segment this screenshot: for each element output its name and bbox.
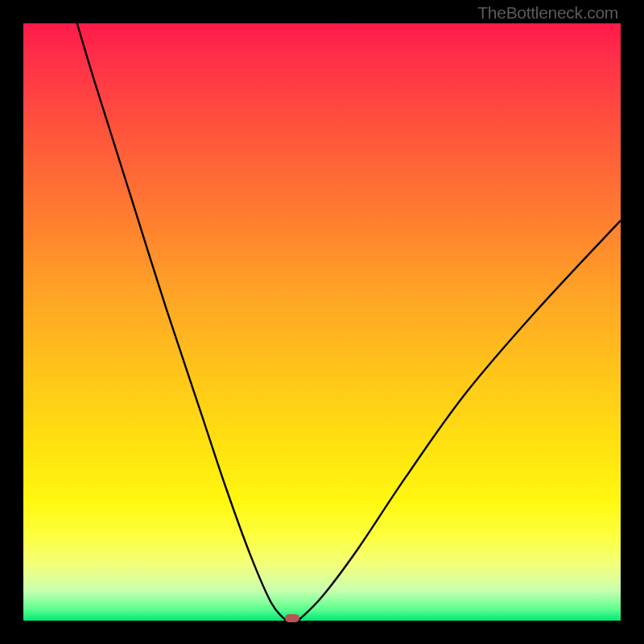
- chart-container: TheBottleneck.com: [0, 0, 644, 644]
- curve-left: [77, 23, 287, 621]
- curve-svg: [23, 23, 621, 621]
- curve-right: [298, 221, 621, 621]
- min-marker: [285, 614, 299, 622]
- watermark-text: TheBottleneck.com: [477, 3, 618, 23]
